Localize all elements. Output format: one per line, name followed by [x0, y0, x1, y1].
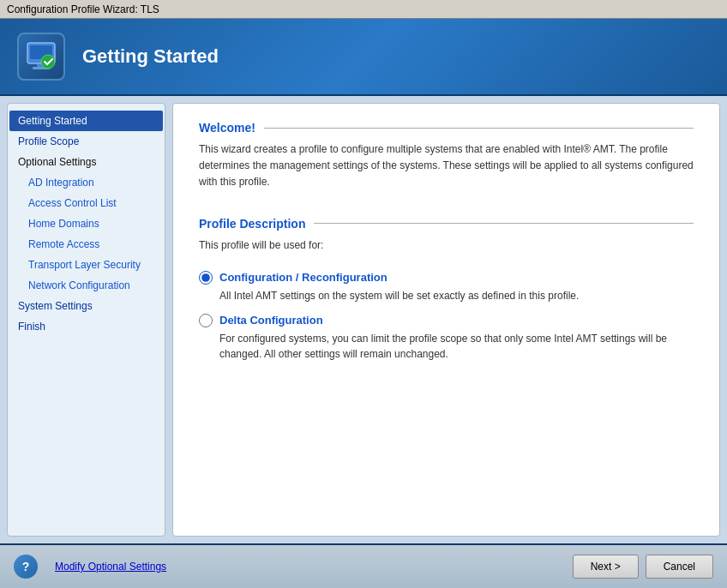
sidebar-item-ad-integration[interactable]: AD Integration	[8, 172, 165, 193]
sidebar-item-finish[interactable]: Finish	[8, 316, 165, 337]
next-button[interactable]: Next >	[573, 555, 639, 579]
sidebar: Getting Started Profile Scope Optional S…	[7, 103, 165, 537]
profile-used-for-text: This profile will be used for:	[199, 237, 694, 254]
header-icon	[17, 33, 65, 81]
welcome-text: This wizard creates a profile to configu…	[199, 141, 694, 191]
footer-right: Next > Cancel	[573, 555, 713, 579]
sidebar-item-access-control-list[interactable]: Access Control List	[8, 193, 165, 213]
svg-point-4	[41, 55, 55, 69]
radio-delta[interactable]	[199, 314, 213, 327]
header-title: Getting Started	[82, 45, 219, 68]
sidebar-item-transport-layer-security[interactable]: Transport Layer Security	[8, 255, 165, 275]
sidebar-item-home-domains[interactable]: Home Domains	[8, 213, 165, 234]
radio-label-config[interactable]: Configuration / Reconfiguration	[199, 271, 694, 285]
modify-optional-settings-link[interactable]: Modify Optional Settings	[55, 561, 166, 573]
footer-left: ? Modify Optional Settings	[14, 555, 166, 579]
footer: ? Modify Optional Settings Next > Cancel	[0, 543, 727, 588]
sidebar-category-optional-settings: Optional Settings	[8, 152, 165, 172]
sidebar-item-getting-started[interactable]: Getting Started	[9, 111, 163, 131]
title-bar: Configuration Profile Wizard: TLS	[0, 0, 727, 19]
option2-desc: For configured systems, you can limit th…	[219, 331, 694, 362]
profile-description-section: Profile Description This profile will be…	[199, 217, 694, 362]
welcome-title: Welcome!	[199, 121, 694, 135]
radio-label-delta[interactable]: Delta Configuration	[199, 314, 694, 327]
sidebar-item-network-configuration[interactable]: Network Configuration	[8, 275, 165, 296]
main-content: Getting Started Profile Scope Optional S…	[0, 96, 727, 543]
option-delta-configuration: Delta Configuration For configured syste…	[199, 314, 694, 362]
header: Getting Started	[0, 19, 727, 96]
sidebar-item-remote-access[interactable]: Remote Access	[8, 234, 165, 255]
radio-config[interactable]	[199, 271, 213, 285]
option2-label: Delta Configuration	[219, 314, 323, 327]
sidebar-item-system-settings[interactable]: System Settings	[8, 296, 165, 316]
cancel-button[interactable]: Cancel	[646, 555, 713, 579]
option1-label: Configuration / Reconfiguration	[219, 271, 388, 284]
option-configuration-reconfiguration: Configuration / Reconfiguration All Inte…	[199, 271, 694, 303]
content-panel: Welcome! This wizard creates a profile t…	[172, 103, 720, 537]
option1-desc: All Intel AMT settings on the system wil…	[219, 288, 694, 303]
sidebar-item-profile-scope[interactable]: Profile Scope	[8, 131, 165, 152]
window-title: Configuration Profile Wizard: TLS	[7, 3, 159, 15]
help-button[interactable]: ?	[14, 555, 38, 579]
profile-desc-title: Profile Description	[199, 217, 694, 231]
